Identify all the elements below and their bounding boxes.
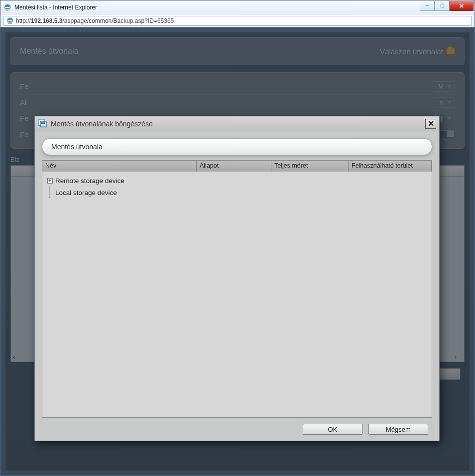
storage-tree: Név Állapot Teljes méret Felhasználható … [42, 160, 432, 418]
url-field[interactable]: http://192.168.5.3/asppage/common/Backup… [3, 16, 472, 26]
url-path: /asppage/common/Backup.asp?ID=65365 [62, 17, 174, 24]
window-buttons: ─ ☐ ✕ [420, 1, 474, 11]
col-size[interactable]: Teljes méret [271, 161, 349, 172]
tree-item-label: Remote storage device [55, 177, 124, 185]
address-bar: http://192.168.5.3/asppage/common/Backup… [0, 14, 475, 27]
svg-rect-3 [7, 20, 12, 21]
tree-body: + Remote storage device Local storage de… [42, 172, 432, 417]
svg-rect-7 [43, 122, 45, 124]
ie-page-icon [6, 17, 14, 25]
dialog-path-field[interactable]: Mentés útvonala [42, 138, 432, 155]
svg-rect-1 [5, 7, 10, 8]
url-prefix: http:// [16, 17, 31, 24]
col-name[interactable]: Név [42, 161, 197, 172]
dialog-icon [38, 118, 47, 129]
svg-rect-5 [40, 121, 46, 127]
dialog-titlebar: Mentés útvonalának böngészése ✕ [35, 116, 439, 131]
browse-path-dialog: Mentés útvonalának böngészése ✕ Mentés ú… [34, 116, 440, 441]
window-titlebar: Mentési lista - Internet Explorer ─ ☐ ✕ [0, 0, 475, 14]
dialog-path-label: Mentés útvonala [51, 143, 103, 151]
dialog-title: Mentés útvonalának böngészése [51, 120, 425, 128]
svg-rect-6 [41, 122, 43, 124]
ie-icon [3, 3, 11, 11]
tree-header: Név Állapot Teljes méret Felhasználható … [42, 161, 432, 172]
col-state[interactable]: Állapot [197, 161, 271, 172]
dialog-footer: OK Mégsem [35, 418, 439, 441]
ie-window: Mentési lista - Internet Explorer ─ ☐ ✕ … [0, 0, 475, 476]
minimize-button[interactable]: ─ [420, 1, 435, 11]
page-viewport: Mentés útvonala Válaszon útvonalat Fe M … [0, 27, 475, 476]
col-avail[interactable]: Felhasználható terület [349, 161, 432, 172]
tree-expander[interactable]: + [44, 178, 55, 184]
cancel-button[interactable]: Mégsem [368, 424, 428, 435]
maximize-button[interactable]: ☐ [435, 1, 450, 11]
close-button[interactable]: ✕ [450, 1, 474, 11]
dialog-close-button[interactable]: ✕ [425, 119, 436, 129]
url-host: 192.168.5.3 [31, 17, 62, 24]
ok-button[interactable]: OK [303, 424, 362, 435]
tree-item-label: Local storage device [55, 189, 117, 196]
tree-item-remote[interactable]: + Remote storage device [44, 175, 430, 187]
tree-item-local[interactable]: Local storage device [44, 187, 430, 198]
window-title: Mentési lista - Internet Explorer [14, 4, 420, 11]
plus-icon: + [47, 178, 53, 184]
close-icon: ✕ [428, 119, 434, 128]
